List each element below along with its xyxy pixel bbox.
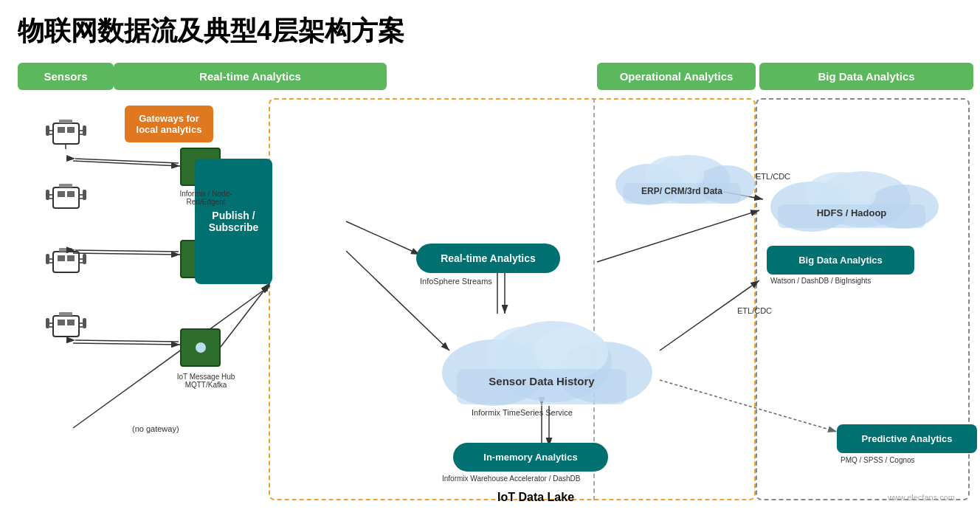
- bigdata-header: Big Data Analytics: [759, 63, 973, 90]
- svg-rect-31: [53, 316, 79, 337]
- sensor-icon-3: [38, 241, 94, 281]
- sensor-4: [38, 305, 94, 348]
- predictive-analytics-label: Predictive Analytics: [861, 433, 952, 444]
- svg-rect-0: [53, 123, 79, 144]
- svg-rect-39: [46, 318, 49, 328]
- sensor-icon-4: [38, 305, 94, 345]
- svg-text:ERP/ CRM/3rd Data: ERP/ CRM/3rd Data: [641, 186, 722, 196]
- svg-rect-23: [67, 255, 75, 261]
- sensor-2: [38, 176, 94, 220]
- svg-rect-11: [53, 187, 79, 208]
- etl-cdc-label-1: ETL/CDC: [756, 172, 790, 181]
- realtime-header: Real-time Analytics: [114, 63, 387, 90]
- iot-datalake-label: IoT Data Lake: [497, 491, 574, 504]
- sensor-icons: [38, 112, 94, 348]
- operational-header: Operational Analytics: [597, 63, 756, 90]
- bigdata-header-container: Big Data Analytics: [759, 63, 973, 90]
- svg-rect-30: [83, 254, 86, 264]
- svg-rect-13: [67, 191, 75, 197]
- predictive-sub-label: PMQ / SPSS / Cognos: [841, 456, 915, 464]
- svg-line-52: [221, 283, 270, 347]
- bigdata-inner-box: Big Data Analytics: [767, 246, 914, 275]
- operational-header-container: Operational Analytics: [597, 63, 756, 90]
- svg-rect-32: [58, 320, 65, 325]
- in-memory-box: In-memory Analytics: [453, 443, 608, 472]
- svg-line-63: [660, 380, 837, 432]
- svg-rect-18: [59, 184, 72, 187]
- device-dot-3: [196, 342, 206, 353]
- svg-line-60: [597, 210, 759, 262]
- predictive-analytics-box: Predictive Analytics: [837, 424, 977, 453]
- erp-crm-cloud: ERP/ CRM/3rd Data: [608, 151, 756, 207]
- svg-rect-22: [58, 255, 65, 261]
- svg-line-54: [346, 221, 420, 255]
- sensor-1: [38, 112, 94, 156]
- device-3-label: IoT Message HubMQTT/Kafka: [169, 373, 243, 389]
- sensor-data-history-cloud: Sensor Data History: [427, 303, 656, 410]
- svg-rect-19: [46, 190, 49, 200]
- pubsub-box: Publish / Subscribe: [195, 159, 272, 284]
- device-box-3: [180, 328, 221, 367]
- no-gateway-label: (no gateway): [132, 424, 179, 433]
- sensor-3: [38, 241, 94, 284]
- svg-line-61: [660, 280, 759, 351]
- informix-timeseries-label: Informix TimeSeries Service: [472, 408, 573, 417]
- svg-rect-21: [53, 252, 79, 272]
- etl-cdc-label-2: ETL/CDC: [737, 306, 772, 315]
- gateway-box: Gateways for local analytics: [125, 106, 213, 142]
- sensor-icon-1: [38, 112, 94, 153]
- main-content: Sensors: [18, 63, 962, 506]
- rt-analytics-label: Real-time Analytics: [441, 252, 536, 264]
- device-1-label: Informix / Node-Red/Edgent: [173, 190, 239, 206]
- in-memory-label: In-memory Analytics: [483, 452, 577, 463]
- in-memory-sub-label: Informix Warehouse Accelerator / DashDB: [442, 475, 580, 483]
- realtime-header-container: Real-time Analytics: [114, 63, 387, 90]
- sensors-header: Sensors: [18, 63, 114, 90]
- rt-sub-label: InfoSphere Streams: [420, 277, 492, 286]
- svg-rect-20: [83, 190, 86, 200]
- sensor-icon-2: [38, 176, 94, 217]
- svg-rect-33: [67, 320, 75, 325]
- bigdata-inner-label: Big Data Analytics: [798, 255, 883, 266]
- svg-rect-1: [58, 127, 65, 133]
- svg-rect-9: [46, 125, 49, 136]
- watermark: www.elecfans.com: [888, 493, 955, 502]
- svg-rect-38: [59, 312, 72, 316]
- page-title: 物联网数据流及典型4层架构方案: [18, 13, 962, 49]
- rt-analytics-inner: Real-time Analytics: [416, 244, 560, 273]
- bigdata-sub-label: Watson / DashDB / BigInsights: [770, 277, 871, 285]
- sensors-column: Sensors: [18, 63, 114, 506]
- svg-text:HDFS / Hadoop: HDFS / Hadoop: [817, 207, 887, 218]
- svg-rect-29: [46, 254, 49, 264]
- page-container: 物联网数据流及典型4层架构方案 Sensors: [0, 0, 980, 513]
- svg-rect-10: [83, 125, 86, 136]
- pubsub-label: Publish / Subscribe: [204, 210, 263, 233]
- svg-text:Sensor Data History: Sensor Data History: [489, 375, 595, 387]
- svg-rect-28: [59, 248, 72, 252]
- svg-rect-2: [67, 127, 75, 133]
- svg-rect-12: [58, 191, 65, 197]
- gateway-label: Gateways for local analytics: [137, 113, 202, 135]
- svg-rect-8: [59, 120, 72, 123]
- v-divider-1: [593, 98, 595, 500]
- svg-rect-40: [83, 318, 86, 328]
